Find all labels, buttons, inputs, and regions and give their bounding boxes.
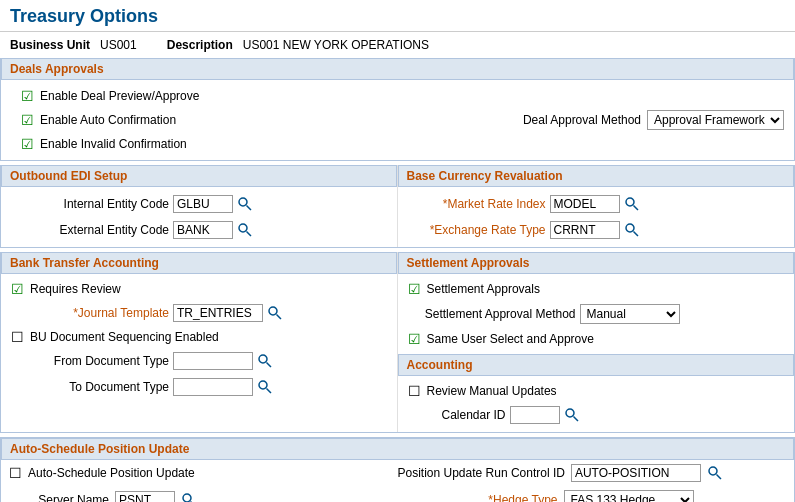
internal-entity-row: Internal Entity Code: [1, 191, 397, 217]
middle-two-col: Outbound EDI Setup Internal Entity Code …: [0, 165, 795, 248]
review-manual-label: Review Manual Updates: [427, 384, 557, 398]
desc-label: Description: [167, 38, 233, 52]
market-rate-input[interactable]: [550, 195, 620, 213]
settlement-approvals-label: Settlement Approvals: [427, 282, 540, 296]
journal-template-label: *Journal Template: [9, 306, 169, 320]
journal-template-input[interactable]: [173, 304, 263, 322]
calendar-id-row: Calendar ID: [398, 402, 795, 428]
deals-approvals-header: Deals Approvals: [1, 58, 794, 80]
to-doc-input[interactable]: [173, 378, 253, 396]
auto-schedule-row2: Server Name *Hedge Type FAS 133 Hedge IF…: [1, 486, 794, 502]
calendar-id-label: Calendar ID: [406, 408, 506, 422]
journal-template-lookup-icon[interactable]: [267, 305, 283, 321]
deals-approvals-content: ☑ Enable Deal Preview/Approve ☑ Enable A…: [1, 80, 794, 160]
hedge-type-label: *Hedge Type: [398, 493, 558, 502]
same-user-checkbox[interactable]: ☑: [408, 331, 421, 347]
base-currency-section: Base Currency Revaluation *Market Rate I…: [398, 165, 795, 247]
from-doc-label: From Document Type: [9, 354, 169, 368]
auto-right-2: *Hedge Type FAS 133 Hedge IFRS 9 Hedge N…: [398, 490, 787, 502]
auto-right-1: Position Update Run Control ID: [398, 464, 787, 482]
settlement-method-select[interactable]: Manual Automatic: [580, 304, 680, 324]
internal-entity-label: Internal Entity Code: [9, 197, 169, 211]
bu-value: US001: [100, 38, 137, 52]
market-rate-lookup-icon[interactable]: [624, 196, 640, 212]
external-entity-label: External Entity Code: [9, 223, 169, 237]
auto-left-2: Server Name: [9, 491, 398, 502]
server-name-label: Server Name: [9, 493, 109, 502]
bu-doc-seq-label: BU Document Sequencing Enabled: [30, 330, 219, 344]
exchange-rate-label: *Exchange Rate Type: [406, 223, 546, 237]
enable-preview-checkbox[interactable]: ☑: [21, 88, 34, 104]
from-doc-row: From Document Type: [1, 348, 397, 374]
requires-review-row: ☑ Requires Review: [1, 278, 397, 300]
bottom-two-col: Bank Transfer Accounting ☑ Requires Revi…: [0, 252, 795, 433]
same-user-row: ☑ Same User Select and Approve: [398, 328, 795, 350]
position-run-label: Position Update Run Control ID: [398, 466, 565, 480]
enable-invalid-checkbox[interactable]: ☑: [21, 136, 34, 152]
from-doc-lookup-icon[interactable]: [257, 353, 273, 369]
auto-schedule-row1: ☐ Auto-Schedule Position Update Position…: [1, 460, 794, 486]
external-entity-input[interactable]: [173, 221, 233, 239]
from-doc-input[interactable]: [173, 352, 253, 370]
settlement-approvals-checkbox[interactable]: ☑: [408, 281, 421, 297]
market-rate-label: *Market Rate Index: [406, 197, 546, 211]
review-manual-row: ☐ Review Manual Updates: [398, 380, 795, 402]
auto-schedule-section: Auto-Schedule Position Update ☐ Auto-Sch…: [0, 437, 795, 502]
settlement-approvals-content: ☑ Settlement Approvals Settlement Approv…: [398, 274, 795, 354]
bank-transfer-content: ☑ Requires Review *Journal Template ☐ BU…: [1, 274, 397, 404]
calendar-id-lookup-icon[interactable]: [564, 407, 580, 423]
same-user-label: Same User Select and Approve: [427, 332, 594, 346]
auto-schedule-checkbox[interactable]: ☐: [9, 465, 22, 481]
review-manual-checkbox[interactable]: ☐: [408, 383, 421, 399]
settlement-approvals-header: Settlement Approvals: [398, 252, 795, 274]
server-name-input[interactable]: [115, 491, 175, 502]
market-rate-row: *Market Rate Index: [398, 191, 795, 217]
journal-template-row: *Journal Template: [1, 300, 397, 326]
deal-method-row: Deal Approval Method Approval Framework …: [523, 110, 784, 130]
enable-auto-checkbox[interactable]: ☑: [21, 112, 34, 128]
outbound-edi-section: Outbound EDI Setup Internal Entity Code …: [1, 165, 398, 247]
deals-approvals-section: Deals Approvals ☑ Enable Deal Preview/Ap…: [0, 58, 795, 161]
outbound-edi-content: Internal Entity Code External Entity Cod…: [1, 187, 397, 247]
to-doc-row: To Document Type: [1, 374, 397, 400]
bu-label: Business Unit: [10, 38, 90, 52]
base-currency-content: *Market Rate Index *Exchange Rate Type: [398, 187, 795, 247]
enable-preview-row: ☑ Enable Deal Preview/Approve: [11, 85, 473, 107]
requires-review-checkbox[interactable]: ☑: [11, 281, 24, 297]
bank-transfer-section: Bank Transfer Accounting ☑ Requires Revi…: [1, 252, 398, 432]
bank-transfer-header: Bank Transfer Accounting: [1, 252, 397, 274]
deal-checks: ☑ Enable Deal Preview/Approve ☑ Enable A…: [11, 85, 473, 155]
external-entity-row: External Entity Code: [1, 217, 397, 243]
exchange-rate-input[interactable]: [550, 221, 620, 239]
deal-approval-method-label: Deal Approval Method: [523, 113, 641, 127]
internal-entity-input[interactable]: [173, 195, 233, 213]
accounting-header: Accounting: [398, 354, 795, 376]
to-doc-lookup-icon[interactable]: [257, 379, 273, 395]
settlement-method-row: Settlement Approval Method Manual Automa…: [398, 300, 795, 328]
position-run-lookup-icon[interactable]: [707, 465, 723, 481]
business-unit-row: Business Unit US001 Description US001 NE…: [0, 32, 795, 58]
deal-approval-method-select[interactable]: Approval Framework Manual None: [647, 110, 784, 130]
server-name-lookup-icon[interactable]: [181, 492, 197, 502]
exchange-rate-lookup-icon[interactable]: [624, 222, 640, 238]
bu-doc-seq-checkbox[interactable]: ☐: [11, 329, 24, 345]
requires-review-label: Requires Review: [30, 282, 121, 296]
position-run-input[interactable]: [571, 464, 701, 482]
page-title: Treasury Options: [0, 0, 795, 32]
accounting-content: ☐ Review Manual Updates Calendar ID: [398, 376, 795, 432]
outbound-edi-header: Outbound EDI Setup: [1, 165, 397, 187]
settlement-method-label: Settlement Approval Method: [406, 307, 576, 321]
hedge-type-select[interactable]: FAS 133 Hedge IFRS 9 Hedge None: [564, 490, 694, 502]
enable-preview-label: Enable Deal Preview/Approve: [40, 89, 199, 103]
internal-entity-lookup-icon[interactable]: [237, 196, 253, 212]
settlement-accounting-col: Settlement Approvals ☑ Settlement Approv…: [398, 252, 795, 432]
external-entity-lookup-icon[interactable]: [237, 222, 253, 238]
calendar-id-input[interactable]: [510, 406, 560, 424]
auto-schedule-header: Auto-Schedule Position Update: [1, 438, 794, 460]
to-doc-label: To Document Type: [9, 380, 169, 394]
enable-invalid-label: Enable Invalid Confirmation: [40, 137, 187, 151]
enable-auto-label: Enable Auto Confirmation: [40, 113, 176, 127]
enable-auto-row: ☑ Enable Auto Confirmation: [11, 109, 473, 131]
enable-invalid-row: ☑ Enable Invalid Confirmation: [11, 133, 473, 155]
exchange-rate-row: *Exchange Rate Type: [398, 217, 795, 243]
